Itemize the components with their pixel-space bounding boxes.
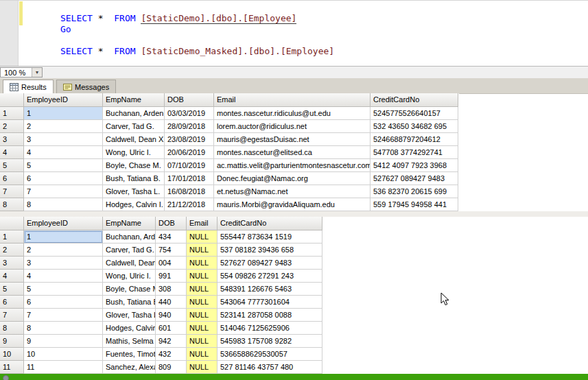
cell[interactable]: Mathis, Selma K. [103,335,156,348]
cell[interactable]: 20/06/2019 [165,146,214,159]
column-header-empname[interactable]: EmpName [103,217,156,230]
cell[interactable]: Boyle, Chase M. [103,283,156,296]
cell[interactable]: 5 [24,159,103,172]
tab-results[interactable]: Results [3,80,54,93]
cell[interactable]: NULL [187,309,217,322]
row-header[interactable]: 9 [0,335,24,348]
cell[interactable]: NULL [187,230,217,244]
cell[interactable]: 434 [156,230,187,244]
cell[interactable]: 6 [24,296,103,309]
cell[interactable]: 6 [24,172,103,185]
cell[interactable]: NULL [187,322,217,335]
cell[interactable]: NULL [187,283,217,296]
cell[interactable]: 942 [156,335,187,348]
cell[interactable]: NULL [187,244,217,257]
row-header[interactable]: 3 [0,133,24,146]
cell[interactable]: NULL [187,335,217,348]
cell[interactable]: montes.nascetur.ridiculus@ut.edu [214,107,371,120]
cell[interactable]: 5366588629530057 [217,348,322,361]
cell[interactable]: Hodges, Calvin I. [103,322,156,335]
sql-line-1[interactable]: SELECT * FROM [StaticDemo].[dbo].[Employ… [28,3,296,14]
cell[interactable]: Carver, Tad G. [103,120,165,133]
cell[interactable]: 809 [156,361,187,374]
cell[interactable]: 536 82370 20615 699 [371,185,458,198]
column-header-employeeid[interactable]: EmployeeID [24,93,103,107]
cell[interactable]: 2 [24,244,103,257]
grid-splitter[interactable] [0,211,588,217]
cell[interactable]: 432 [156,348,187,361]
cell[interactable]: 543064 7777301604 [217,296,322,309]
column-header-email[interactable]: Email [214,93,371,107]
column-header-empname[interactable]: EmpName [103,93,165,107]
cell[interactable]: lorem.auctor@ridiculus.net [214,120,371,133]
cell[interactable]: 308 [156,283,187,296]
cell[interactable]: mauris.Morbi@gravidaAliquam.edu [214,198,371,211]
column-header-email[interactable]: Email [187,217,217,230]
row-header[interactable]: 11 [0,361,24,374]
column-header-employeeid[interactable]: EmployeeID [24,217,103,230]
cell[interactable]: 3 [24,133,103,146]
cell[interactable]: Wong, Ulric I. [103,146,165,159]
cell[interactable]: 4 [24,270,103,283]
cell[interactable]: 554 09826 27291 243 [217,270,322,283]
cell[interactable]: 754 [156,244,187,257]
cell[interactable]: Fuentes, Timothy K. [103,348,156,361]
cell[interactable]: 514046 7125625906 [217,322,322,335]
cell[interactable]: 7 [24,185,103,198]
column-header-dob[interactable]: DOB [156,217,187,230]
cell[interactable]: montes.nascetur@elitsed.ca [214,146,371,159]
cell[interactable]: Donec.feugiat@Namac.org [214,172,371,185]
cell[interactable]: Glover, Tasha L. [103,185,165,198]
cell[interactable]: 548391 126676 5463 [217,283,322,296]
cell[interactable]: 4 [24,146,103,159]
cell[interactable]: 5412 4097 7923 3968 [371,159,458,172]
grid-corner-cell[interactable] [0,93,24,107]
row-header[interactable]: 6 [0,172,24,185]
cell[interactable]: Carver, Tad G. [103,244,156,257]
cell[interactable]: 5 [24,283,103,296]
cell[interactable]: 23/08/2019 [165,133,214,146]
cell[interactable]: NULL [187,257,217,270]
zoom-level-dropdown[interactable]: 100 % ▾ [0,67,43,78]
cell[interactable]: 527627 089427 9483 [217,257,322,270]
row-header[interactable]: 3 [0,257,24,270]
cell[interactable]: 523141 287058 0088 [217,309,322,322]
cell[interactable]: 1 [24,230,103,244]
cell[interactable]: 527627 089427 9483 [371,172,458,185]
cell[interactable]: Buchanan, Arden U. [103,107,165,120]
cell[interactable]: 8 [24,322,103,335]
cell[interactable]: 11 [24,361,103,374]
tab-messages[interactable]: Messages [56,80,116,93]
row-header[interactable]: 5 [0,283,24,296]
row-header[interactable]: 1 [0,107,24,120]
cell[interactable]: 555447 873634 1519 [217,230,322,244]
cell[interactable]: NULL [187,296,217,309]
cell[interactable]: 547708 3774292741 [371,146,458,159]
row-header[interactable]: 10 [0,348,24,361]
cell[interactable]: Bush, Tatiana B. [103,172,165,185]
cell[interactable]: 440 [156,296,187,309]
cell[interactable]: 28/09/2018 [165,120,214,133]
cell[interactable]: 9 [24,335,103,348]
cell[interactable]: 17/01/2018 [165,172,214,185]
row-header[interactable]: 1 [0,230,24,244]
cell[interactable]: 1 [24,107,103,120]
cell[interactable]: 5246688797204612 [371,133,458,146]
cell[interactable]: 21/12/2018 [165,198,214,211]
cell[interactable]: Glover, Tasha L. [103,309,156,322]
cell[interactable]: 03/03/2019 [165,107,214,120]
row-header[interactable]: 8 [0,198,24,211]
row-header[interactable]: 8 [0,322,24,335]
row-header[interactable]: 5 [0,159,24,172]
grid-corner-cell[interactable] [0,217,24,230]
cell[interactable]: Buchanan, Arden U. [103,230,156,244]
cell[interactable]: 537 08182 39436 658 [217,244,322,257]
row-header[interactable]: 7 [0,185,24,198]
sql-line-4[interactable]: SELECT * FROM [StaticDemo_Masked].[dbo].… [28,36,334,47]
cell[interactable]: 532 43650 34682 695 [371,120,458,133]
cell[interactable]: 991 [156,270,187,283]
cell[interactable]: NULL [187,270,217,283]
cell[interactable]: Hodges, Calvin I. [103,198,165,211]
cell[interactable]: 559 17945 94958 441 [371,198,458,211]
cell[interactable]: Bush, Tatiana B. [103,296,156,309]
